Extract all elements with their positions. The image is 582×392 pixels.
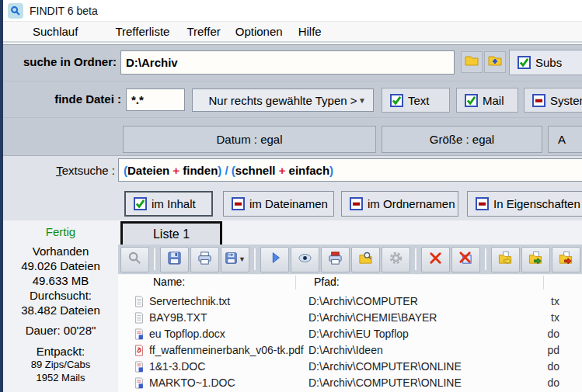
file-path: D:\Archiv\CHEMIE\BAYER (308, 311, 437, 324)
search-button[interactable] (120, 247, 149, 272)
menu-treffer[interactable]: Treffer (186, 25, 220, 38)
status-line: 49.633 MB (3, 273, 118, 288)
table-header: Name: Pfad: (118, 275, 582, 290)
delete-x-icon (428, 251, 443, 269)
file-path: D:\Archiv\COMPUTER (308, 295, 418, 307)
open-found-folder-button[interactable] (351, 247, 380, 272)
table-row[interactable]: ff_waffenmeinerbank_v06-tk.pdf D:\Archiv… (118, 342, 582, 359)
settings-button[interactable] (382, 247, 410, 272)
run-button[interactable] (260, 247, 289, 272)
table-row[interactable]: 1&1-3.DOC D:\Archiv\COMPUTER\ONLINE do (118, 359, 582, 375)
checkbox-checked-icon (518, 56, 531, 69)
find-file-row: finde Datei : *.* Nur rechts gewählte Ty… (3, 81, 582, 117)
table-row[interactable]: eu Topflop.docx D:\Archiv\EU Topflop do (118, 326, 582, 342)
results-table: Name: Pfad: Servertechnik.txt D:\Archiv\… (118, 275, 582, 392)
move-to-folder-button[interactable] (521, 247, 550, 272)
status-line: 49.026 Dateien (3, 258, 118, 273)
magnifier-app-icon (8, 3, 23, 19)
menu-suchlauf[interactable]: Suchlauf (33, 25, 78, 38)
query-paren: ) / ( (218, 164, 235, 177)
print-button[interactable] (190, 247, 219, 272)
add-folder-button[interactable] (484, 51, 506, 73)
tab-liste1[interactable]: Liste 1 (120, 221, 222, 245)
file-ext: tx (507, 295, 559, 307)
print-marked-icon (328, 251, 343, 269)
type-system-checkbox[interactable]: System (524, 88, 582, 113)
table-row[interactable]: MARKTO~1.DOC D:\Archiv\COMPUTER\ONLINE d… (118, 375, 582, 391)
column-separator (543, 276, 544, 290)
save-button[interactable] (160, 247, 189, 272)
find-file-label: finde Datei : (14, 92, 121, 106)
type-filter-dropdown[interactable]: Nur rechts gewählte Typen > ▼ (192, 88, 374, 112)
eye-icon (298, 251, 312, 269)
window-title: FINDIT 6 beta (30, 5, 98, 17)
query-term: schnell (235, 164, 276, 177)
file-pattern-input[interactable]: *.* (126, 88, 185, 111)
play-icon (268, 251, 282, 268)
text-search-input[interactable]: ( Dateien + finden ) / ( schnell + einfa… (118, 158, 582, 182)
text-search-label-rest: extsuche : (62, 164, 115, 177)
type-text-checkbox[interactable]: Text (382, 88, 450, 113)
print-marked-button[interactable] (321, 247, 350, 272)
type-system-label: System (550, 94, 582, 107)
toolbar-separator (154, 248, 155, 270)
table-row[interactable]: BAY9B.TXT D:\Archiv\CHEMIE\BAYER tx (118, 310, 582, 326)
status-line: Durchsucht: (3, 288, 118, 303)
scope-filename-label: im Dateinamen (249, 197, 328, 210)
delete-button[interactable] (421, 247, 450, 272)
subs-label: Subs (535, 56, 562, 69)
file-name: BAY9B.TXT (149, 311, 207, 324)
file-path: D:\Archiv\COMPUTER\ONLINE (308, 360, 462, 373)
results-section: Fertig Vorhanden 49.026 Dateien 49.633 M… (3, 220, 582, 392)
date-filter-button[interactable]: Datum : egal (123, 126, 376, 153)
file-name: Servertechnik.txt (149, 295, 230, 307)
search-folder-label: suche in Ordner: (14, 55, 117, 68)
query-operator: + (275, 164, 288, 177)
scope-properties-checkbox[interactable]: In Eigenschaften (467, 191, 582, 217)
status-unpacked-mails: 1952 Mails (3, 371, 118, 384)
export-to-folder-button[interactable] (552, 247, 580, 272)
delete-all-button[interactable] (451, 247, 480, 272)
text-file-icon (134, 296, 145, 310)
scope-foldername-label: im Ordnernamen (368, 197, 455, 210)
title-bar[interactable]: FINDIT 6 beta (3, 0, 582, 22)
status-line: Vorhanden (3, 244, 118, 258)
doc-file-icon (134, 377, 145, 391)
chevron-down-icon: ▼ (358, 96, 366, 105)
copy-to-folder-button[interactable] (491, 247, 520, 272)
browse-folder-button[interactable] (461, 51, 483, 73)
column-header-path[interactable]: Pfad: (314, 276, 340, 288)
save-as-button[interactable]: ▼ (221, 247, 249, 272)
attribute-filter-button[interactable]: A (548, 126, 582, 153)
folder-arrow-red-icon (559, 251, 573, 269)
menu-optionen[interactable]: Optionen (235, 25, 283, 38)
delete-all-icon (458, 251, 473, 269)
table-row[interactable]: Servertechnik.txt D:\Archiv\COMPUTER tx (118, 293, 582, 310)
column-header-name[interactable]: Name: (153, 276, 185, 288)
file-name: 1&1-3.DOC (149, 360, 205, 373)
type-filter-value: Nur rechts gewählte Typen > (208, 94, 357, 107)
type-mail-checkbox[interactable]: Mail (456, 88, 518, 113)
scope-properties-label: In Eigenschaften (493, 197, 580, 210)
scope-filename-checkbox[interactable]: im Dateinamen (223, 191, 334, 217)
scope-content-checkbox[interactable]: im Inhalt (124, 191, 213, 217)
preview-button[interactable] (291, 247, 319, 272)
file-path: D:\Archiv\Ideen (308, 344, 383, 356)
search-folder-input[interactable]: D:\Archiv (120, 50, 455, 75)
doc-file-icon (134, 328, 145, 342)
gear-icon (389, 251, 403, 269)
size-filter-button[interactable]: Größe : egal (382, 126, 542, 153)
search-icon (127, 251, 142, 269)
text-search-section: Textsuche : ( Dateien + finden ) / ( sch… (3, 155, 582, 220)
file-ext: do (507, 360, 559, 373)
status-state: Fertig (3, 225, 118, 238)
checkbox-minus-icon (232, 197, 245, 210)
text-search-label: Textsuche : (17, 164, 115, 177)
subs-checkbox[interactable]: Subs (509, 50, 582, 75)
menu-hilfe[interactable]: Hilfe (298, 25, 322, 38)
text-file-icon (134, 312, 145, 326)
column-separator (295, 276, 296, 290)
scope-foldername-checkbox[interactable]: im Ordnernamen (341, 191, 458, 217)
menu-trefferliste[interactable]: Trefferliste (115, 25, 169, 38)
filter-row: Datum : egal Größe : egal A (3, 117, 582, 155)
